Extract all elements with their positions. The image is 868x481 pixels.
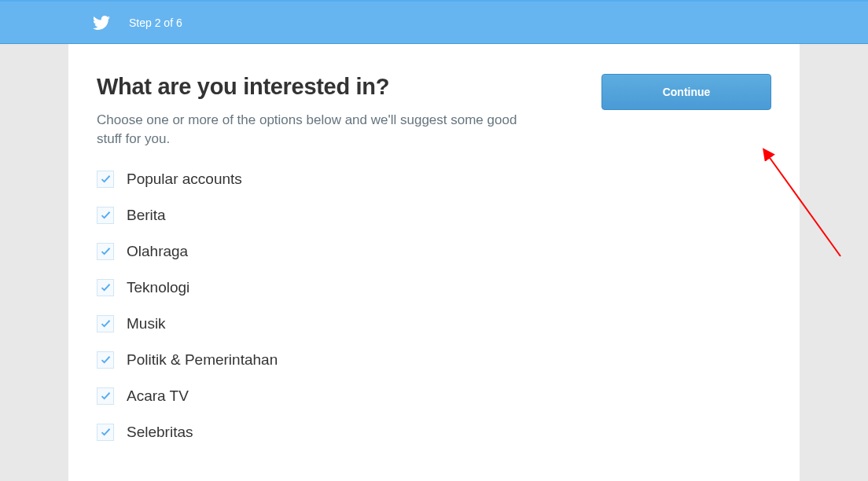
option-label: Popular accounts — [127, 171, 242, 188]
option-label: Berita — [127, 207, 166, 224]
check-icon — [100, 354, 112, 365]
option-item[interactable]: Acara TV — [97, 387, 521, 405]
option-label: Musik — [127, 315, 166, 332]
checkbox[interactable] — [97, 243, 114, 260]
check-icon — [100, 390, 112, 402]
option-item[interactable]: Politik & Pemerintahan — [97, 351, 521, 369]
content-card: What are you interested in? Choose one o… — [68, 44, 800, 481]
checkbox[interactable] — [97, 171, 114, 188]
option-label: Acara TV — [127, 387, 189, 405]
check-icon — [100, 318, 112, 329]
options-list: Popular accounts Berita Olahraga — [97, 171, 521, 441]
option-label: Teknologi — [127, 279, 189, 296]
twitter-logo-icon — [93, 14, 110, 31]
checkbox[interactable] — [97, 207, 114, 224]
checkbox[interactable] — [97, 315, 114, 332]
page-body: What are you interested in? Choose one o… — [0, 44, 868, 481]
check-icon — [100, 245, 112, 257]
option-item[interactable]: Olahraga — [97, 243, 521, 260]
svg-line-1 — [768, 156, 840, 256]
check-icon — [100, 209, 112, 221]
checkbox[interactable] — [97, 387, 114, 405]
checkbox[interactable] — [97, 424, 114, 441]
header-bar: Step 2 of 6 — [0, 2, 868, 44]
checkbox[interactable] — [97, 351, 114, 369]
step-indicator: Step 2 of 6 — [129, 17, 182, 29]
option-label: Olahraga — [127, 243, 188, 260]
option-item[interactable]: Selebritas — [97, 424, 521, 441]
check-icon — [100, 426, 112, 438]
option-label: Selebritas — [127, 424, 193, 441]
check-icon — [100, 281, 112, 293]
continue-button[interactable]: Continue — [601, 74, 771, 110]
option-item[interactable]: Teknologi — [97, 279, 521, 296]
checkbox[interactable] — [97, 279, 114, 296]
option-item[interactable]: Musik — [97, 315, 521, 332]
page-subtitle: Choose one or more of the options below … — [97, 111, 521, 149]
option-item[interactable]: Berita — [97, 207, 521, 224]
page-title: What are you interested in? — [97, 74, 521, 100]
option-item[interactable]: Popular accounts — [97, 171, 521, 188]
option-label: Politik & Pemerintahan — [127, 351, 278, 369]
check-icon — [100, 173, 112, 185]
